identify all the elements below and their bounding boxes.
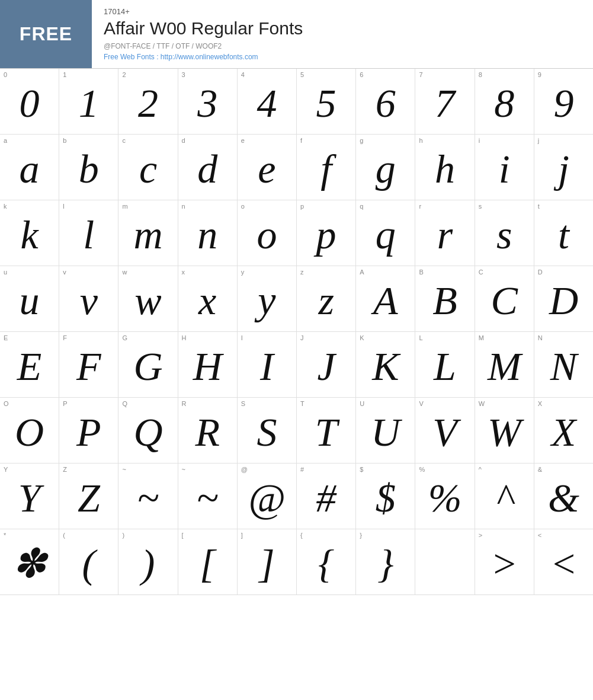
glyph-cell: UU (356, 398, 415, 463)
glyph-cell: @@ (238, 464, 297, 529)
glyph-cell: gg (356, 135, 415, 200)
glyph-character: P (63, 412, 114, 452)
glyph-cell: jj (534, 135, 593, 200)
glyph-cell: uu (0, 266, 59, 331)
glyph-label: N (538, 335, 543, 341)
glyph-character: > (479, 544, 530, 584)
glyph-label: k (4, 203, 7, 210)
glyph-cell: DD (534, 266, 593, 331)
glyph-character: 3 (182, 83, 233, 123)
glyph-cell: ~~ (118, 464, 178, 529)
glyph-cell: ~~ (178, 464, 238, 529)
glyph-row-3: uuvvwwxxyyzzAABBCCDD (0, 266, 593, 332)
glyph-character: x (182, 280, 233, 321)
glyph-cell: GG (118, 332, 178, 397)
glyph-character: U (360, 412, 411, 452)
glyph-label: F (63, 335, 67, 341)
glyph-character: o (241, 215, 293, 255)
glyph-label: p (300, 203, 304, 210)
glyph-label: < (538, 532, 541, 539)
glyph-character: ^ (479, 478, 530, 518)
glyph-label: 9 (538, 72, 541, 78)
glyph-cell: ff (297, 135, 356, 200)
glyph-character: y (241, 280, 293, 321)
glyph-label: b (63, 138, 66, 144)
glyph-cell: SS (238, 398, 297, 463)
glyph-label: D (538, 269, 543, 276)
glyph-label: A (360, 269, 364, 276)
glyph-cell (415, 529, 475, 594)
glyph-character: # (300, 478, 352, 518)
glyph-label: 0 (4, 72, 7, 78)
glyph-label: $ (360, 466, 363, 473)
glyph-character: 9 (538, 83, 589, 123)
glyph-cell: tt (534, 200, 593, 266)
glyph-label: B (419, 269, 423, 276)
glyph-label: c (122, 138, 126, 144)
glyph-label: ~ (182, 466, 185, 473)
glyph-character: I (241, 346, 293, 386)
glyph-label: Z (63, 466, 67, 473)
glyph-character: W (479, 412, 530, 452)
glyph-cell: KK (356, 332, 415, 397)
glyph-cell: rr (415, 200, 475, 266)
glyph-character: Q (122, 412, 174, 452)
glyph-cell: OO (0, 398, 59, 463)
glyph-label: 2 (122, 72, 126, 78)
glyph-cell: zz (297, 266, 356, 331)
glyph-character: d (182, 149, 233, 189)
glyph-cell: BB (415, 266, 475, 331)
glyph-label: y (241, 269, 245, 276)
glyph-row-6: YYZZ~~~~@@##$$%%^^&& (0, 464, 593, 529)
glyph-character: & (538, 478, 589, 518)
glyph-cell: HH (178, 332, 238, 397)
header-info: 17014+ Affair W00 Regular Fonts @FONT-FA… (92, 0, 315, 68)
glyph-cell: EE (0, 332, 59, 397)
glyph-character: f (300, 149, 352, 189)
glyph-label: > (479, 532, 482, 539)
glyph-label: a (4, 138, 7, 144)
glyph-character: T (300, 412, 352, 452)
glyph-character: ✽ (4, 544, 55, 584)
glyph-cell: ^^ (475, 464, 534, 529)
glyph-character: r (419, 215, 470, 255)
glyph-character: p (300, 215, 352, 255)
font-formats: @FONT-FACE / TTF / OTF / WOOF2 (104, 42, 303, 50)
glyph-character: Y (4, 478, 55, 518)
glyph-character: 8 (479, 83, 530, 123)
glyph-cell: 99 (534, 69, 593, 134)
glyph-row-5: OOPPQQRRSSTTUUVVWWXX (0, 398, 593, 464)
glyph-cell: JJ (297, 332, 356, 397)
glyph-row-0: 00112233445566778899 (0, 69, 593, 135)
font-link[interactable]: Free Web Fonts : http://www.onlinewebfon… (104, 53, 303, 61)
glyph-label: ^ (479, 466, 482, 473)
glyph-label: C (479, 269, 483, 276)
glyph-cell: yy (238, 266, 297, 331)
glyph-label: s (479, 203, 482, 210)
glyph-label: [ (182, 532, 184, 539)
glyph-label: @ (241, 466, 248, 473)
glyph-cell: nn (178, 200, 238, 266)
glyph-character: v (63, 280, 114, 321)
glyph-cell: xx (178, 266, 238, 331)
glyph-cell: 00 (0, 69, 59, 134)
glyph-row-4: EEFFGGHHIIJJKKLLMMNN (0, 332, 593, 398)
glyph-cell: )) (118, 529, 178, 594)
glyph-label: 7 (419, 72, 422, 78)
glyph-cell: WW (475, 398, 534, 463)
glyph-cell: 22 (118, 69, 178, 134)
glyph-label: O (4, 401, 9, 407)
glyph-label: } (360, 532, 362, 539)
glyph-character: s (479, 215, 530, 255)
glyph-character: 7 (419, 83, 470, 123)
glyph-label: M (479, 335, 484, 341)
glyph-character: J (300, 346, 352, 386)
glyph-cell: ww (118, 266, 178, 331)
glyph-character: { (300, 544, 352, 584)
glyph-cell: qq (356, 200, 415, 266)
glyph-label: I (241, 335, 243, 341)
glyph-row-7: *✽(())[[]]{{}}>><< (0, 529, 593, 594)
glyph-cell: && (534, 464, 593, 529)
glyph-cell: II (238, 332, 297, 397)
glyph-character: $ (360, 478, 411, 518)
